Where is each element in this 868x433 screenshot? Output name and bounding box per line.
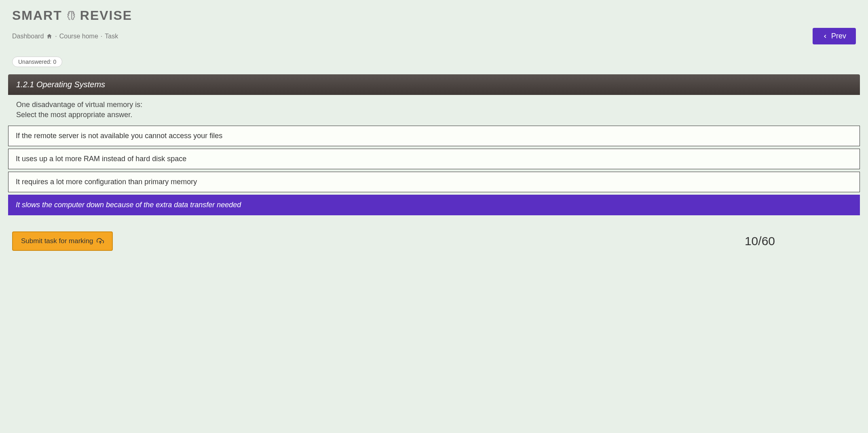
breadcrumb-course-home[interactable]: Course home (59, 33, 98, 40)
logo-text-revise: REVISE (80, 8, 132, 23)
status-row: Unanswered: 0 (12, 57, 856, 67)
answer-option[interactable]: If the remote server is not available yo… (8, 126, 860, 146)
prev-button-label: Prev (831, 32, 846, 40)
topic-header: 1.2.1 Operating Systems (8, 74, 860, 95)
question-instruction: Select the most appropriate answer. (16, 111, 852, 119)
breadcrumb-separator: · (101, 33, 102, 40)
logo-text-smart: SMART (12, 8, 62, 23)
submit-button[interactable]: Submit task for marking (12, 231, 113, 251)
submit-button-label: Submit task for marking (21, 237, 93, 245)
options-list: If the remote server is not available yo… (8, 126, 860, 215)
breadcrumb-left: Dashboard · Course home · Task (12, 33, 118, 40)
answer-option-selected[interactable]: It slows the computer down because of th… (8, 195, 860, 215)
breadcrumb: Dashboard · Course home · Task Prev (12, 28, 856, 44)
answer-option[interactable]: It requires a lot more configuration tha… (8, 172, 860, 192)
question-text: One disadvantage of virtual memory is: (16, 101, 852, 109)
footer-row: Submit task for marking 10/60 (12, 231, 856, 251)
breadcrumb-separator: · (55, 33, 57, 40)
breadcrumb-dashboard[interactable]: Dashboard (12, 33, 44, 40)
upload-cloud-icon (97, 238, 104, 245)
app-header: SMART REVISE Dashboard · Course home · T… (0, 0, 868, 48)
brain-icon (65, 10, 77, 21)
prev-button[interactable]: Prev (813, 28, 856, 44)
question-area: One disadvantage of virtual memory is: S… (8, 95, 860, 122)
breadcrumb-task[interactable]: Task (105, 33, 118, 40)
home-icon (46, 33, 53, 40)
app-logo: SMART REVISE (12, 8, 856, 23)
progress-counter: 10/60 (745, 234, 775, 248)
chevron-left-icon (822, 34, 828, 39)
answer-option[interactable]: It uses up a lot more RAM instead of har… (8, 149, 860, 169)
unanswered-badge: Unanswered: 0 (12, 57, 62, 67)
